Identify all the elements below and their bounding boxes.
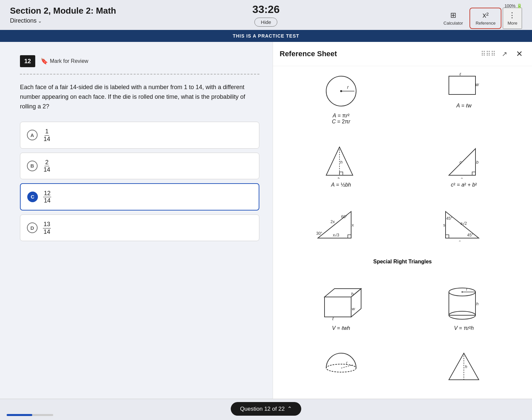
pythagorean-formula: c b a c² = a² + b² xyxy=(406,145,522,199)
circle-formula-text: A = πr²C = 2πr xyxy=(332,113,350,125)
progress-fill xyxy=(7,414,32,416)
svg-text:30°: 30° xyxy=(316,231,322,236)
choice-letter-c: C xyxy=(27,192,38,202)
answer-choice-d[interactable]: D1314 xyxy=(20,214,259,241)
svg-text:x: x xyxy=(352,223,354,227)
special-triangles-label: Special Right Triangles xyxy=(283,259,522,275)
mark-for-review-button[interactable]: 🔖 Mark for Review xyxy=(41,58,88,65)
answer-choice-c[interactable]: C1214 xyxy=(20,183,259,210)
reference-title: Reference Sheet xyxy=(280,50,477,58)
pythagorean-formula-text: c² = a² + b² xyxy=(451,182,477,188)
svg-text:w: w xyxy=(475,82,479,87)
svg-text:h: h xyxy=(351,291,353,296)
choice-letter-d: D xyxy=(27,222,38,233)
svg-text:45°: 45° xyxy=(467,233,473,237)
svg-text:c: c xyxy=(460,160,462,165)
toolbar: ⊞ Calculator x² Reference ⋮ More xyxy=(438,8,522,29)
reference-icon: x² xyxy=(482,11,488,20)
header-center: 33:26 Hide xyxy=(252,3,280,27)
triangle-formula-text: A = ½bh xyxy=(331,182,351,188)
rectangle-formula-text: A = ℓw xyxy=(456,103,471,109)
svg-text:b: b xyxy=(337,176,340,179)
svg-point-41 xyxy=(462,291,463,293)
bookmark-icon: 🔖 xyxy=(41,58,48,65)
practice-banner: THIS IS A PRACTICE TEST xyxy=(0,30,532,42)
svg-rect-4 xyxy=(449,76,475,94)
top-header: Section 2, Module 2: Math Directions ⌄ 3… xyxy=(0,0,532,30)
directions-button[interactable]: Directions ⌄ xyxy=(10,17,116,24)
choice-fraction-a: 114 xyxy=(43,127,51,143)
practice-banner-text: THIS IS A PRACTICE TEST xyxy=(233,33,299,39)
bottom-bar: Question 12 of 22 ⌃ xyxy=(0,399,532,419)
drag-handle-icon[interactable]: ⠿⠿⠿ xyxy=(481,50,496,58)
answer-choice-b[interactable]: B214 xyxy=(20,153,259,179)
page-title: Section 2, Module 2: Math xyxy=(10,6,116,16)
svg-text:w: w xyxy=(352,306,355,311)
svg-text:h: h xyxy=(476,301,478,306)
reference-button[interactable]: x² Reference xyxy=(469,8,501,29)
45-45-90-triangle: 45° 45° s s s√2 xyxy=(406,208,522,252)
hide-button[interactable]: Hide xyxy=(255,18,278,27)
main-content: 12 🔖 Mark for Review Each face of a fair… xyxy=(0,42,532,399)
svg-marker-12 xyxy=(449,149,475,175)
choice-letter-b: B xyxy=(27,161,38,171)
more-label: More xyxy=(507,21,517,26)
choice-fraction-b: 214 xyxy=(43,158,51,174)
svg-text:60°: 60° xyxy=(341,214,347,219)
svg-text:a: a xyxy=(461,176,463,179)
chevron-down-icon: ⌄ xyxy=(38,18,42,24)
reference-content: r A = πr²C = 2πr w ℓ A = ℓw xyxy=(273,66,532,399)
svg-text:2x: 2x xyxy=(331,219,335,224)
answer-choices: A114B214C1214D1314 xyxy=(20,122,259,241)
close-button[interactable]: ✕ xyxy=(513,48,525,60)
calculator-icon: ⊞ xyxy=(450,11,456,20)
30-60-90-triangle: 30° 60° x√3 x 2x xyxy=(283,208,399,252)
question-panel: 12 🔖 Mark for Review Each face of a fair… xyxy=(0,42,273,399)
svg-text:ℓ: ℓ xyxy=(459,73,461,76)
battery-indicator: 100% 🔋 xyxy=(504,3,522,8)
svg-text:s: s xyxy=(459,239,461,241)
cylinder-volume-formula: r h V = πr²h xyxy=(406,285,522,342)
calculator-label: Calculator xyxy=(444,21,463,26)
reference-panel: Reference Sheet ⠿⠿⠿ ↗ ✕ r A = πr²C = 2πr xyxy=(273,42,532,399)
svg-text:b: b xyxy=(476,160,478,165)
cylinder-volume-text: V = πr²h xyxy=(454,325,474,331)
mark-review-label: Mark for Review xyxy=(50,58,88,64)
more-button[interactable]: ⋮ More xyxy=(503,8,522,29)
answer-choice-a[interactable]: A114 xyxy=(20,122,259,148)
progress-bar xyxy=(7,414,53,416)
box-volume-text: V = ℓwh xyxy=(332,325,350,331)
svg-text:45°: 45° xyxy=(446,216,452,221)
question-divider xyxy=(20,74,259,74)
svg-text:s: s xyxy=(443,223,445,227)
calculator-button[interactable]: ⊞ Calculator xyxy=(438,8,468,28)
choice-letter-a: A xyxy=(27,130,38,140)
circle-formula: r A = πr²C = 2πr xyxy=(283,73,399,135)
pyramid-shape: h xyxy=(406,351,522,392)
rectangle-formula: w ℓ A = ℓw xyxy=(406,73,522,135)
svg-line-45 xyxy=(341,365,353,368)
reference-header: Reference Sheet ⠿⠿⠿ ↗ ✕ xyxy=(273,42,532,66)
triangle-formula: h b A = ½bh xyxy=(283,145,399,199)
timer-display: 33:26 xyxy=(252,3,280,16)
svg-marker-47 xyxy=(449,353,479,380)
question-text: Each face of a fair 14-sided die is labe… xyxy=(20,82,259,111)
svg-text:h: h xyxy=(465,364,467,369)
svg-rect-9 xyxy=(339,172,343,175)
question-nav-label: Question 12 of 22 xyxy=(240,406,285,412)
chevron-up-icon: ⌃ xyxy=(287,405,292,412)
question-number: 12 xyxy=(20,55,35,67)
reference-label: Reference xyxy=(475,21,495,26)
svg-text:h: h xyxy=(340,160,342,165)
box-volume-formula: h ℓ w V = ℓwh xyxy=(283,285,399,342)
svg-rect-13 xyxy=(472,172,475,175)
question-nav-button[interactable]: Question 12 of 22 ⌃ xyxy=(231,402,301,416)
svg-text:s√2: s√2 xyxy=(461,221,467,226)
sphere-shape: r xyxy=(283,351,399,392)
svg-text:x√3: x√3 xyxy=(333,233,339,237)
svg-rect-31 xyxy=(325,297,351,317)
svg-rect-25 xyxy=(446,235,449,238)
directions-label: Directions xyxy=(10,17,37,24)
expand-button[interactable]: ↗ xyxy=(499,49,510,59)
question-header: 12 🔖 Mark for Review xyxy=(20,55,259,67)
